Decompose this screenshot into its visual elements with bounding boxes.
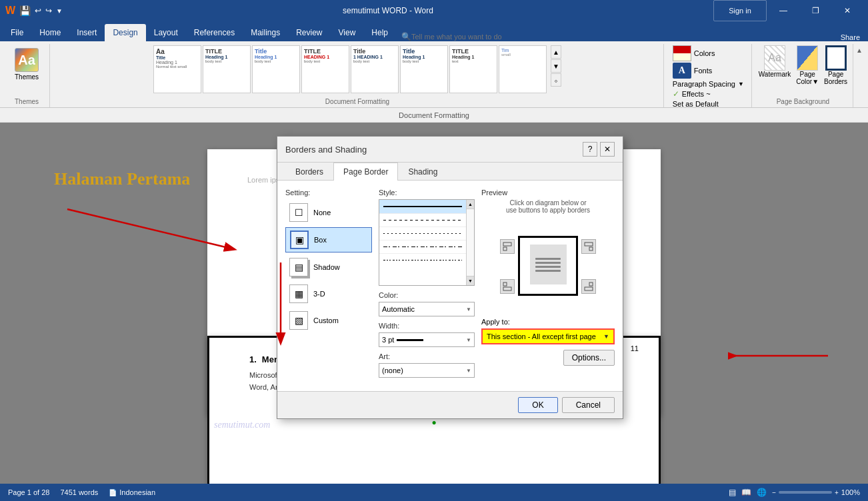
svg-rect-7 xyxy=(503,282,507,286)
style-item-solid[interactable] xyxy=(379,200,466,214)
title-bar: W 💾 ↩ ↪ ▼ semutimut WORD - Word Sign in … xyxy=(0,0,868,21)
borders-shading-dialog[interactable]: Borders and Shading ? ✕ Borders Page Bor… xyxy=(277,136,623,419)
dialog-close-btn[interactable]: ✕ xyxy=(600,142,615,157)
dialog-help-btn[interactable]: ? xyxy=(583,142,597,157)
ribbon-content: Aa Themes Themes Aa Title Heading 1 Norm… xyxy=(0,41,868,108)
options-btn-container: Options... xyxy=(481,350,615,366)
customize-btn[interactable]: ▼ xyxy=(56,7,63,15)
dialog-footer: OK Cancel xyxy=(277,391,623,418)
style-1[interactable]: TITLE Heading 1 body text xyxy=(203,45,251,93)
tab-design[interactable]: Design xyxy=(105,24,145,41)
dialog-body: Setting: ☐ None ▣ Box ▤ Shadow ▦ 3-D xyxy=(277,181,623,391)
style-4[interactable]: Title 1 HEADING 1 body text xyxy=(351,45,399,93)
set-as-default-btn-row[interactable]: Set as Default xyxy=(673,100,719,108)
fonts-btn-row: A Fonts xyxy=(673,63,713,79)
tab-home[interactable]: Home xyxy=(31,24,69,41)
setting-custom[interactable]: ▧ Custom xyxy=(285,308,372,332)
style-scroll-up[interactable]: ▲ xyxy=(467,200,474,209)
style-list[interactable] xyxy=(379,200,466,285)
dialog-title: Borders and Shading xyxy=(285,145,367,155)
border-bottom-right-btn[interactable] xyxy=(581,279,596,294)
tab-file[interactable]: File xyxy=(3,24,31,41)
options-btn[interactable]: Options... xyxy=(563,350,615,366)
undo-btn[interactable]: ↩ xyxy=(35,6,41,15)
apply-to-dropdown[interactable]: This section - All except first page ▼ xyxy=(481,328,615,344)
tab-mailings[interactable]: Mailings xyxy=(243,24,288,41)
tab-help[interactable]: Help xyxy=(363,24,396,41)
apply-to-section: Apply to: This section - All except firs… xyxy=(481,318,615,344)
tab-page-border[interactable]: Page Border xyxy=(333,163,398,181)
preview-line-2 xyxy=(535,262,561,264)
signin-btn[interactable]: Sign in xyxy=(713,0,767,21)
tab-review[interactable]: Review xyxy=(288,24,330,41)
page-borders-btn[interactable]: PageBorders xyxy=(824,45,847,85)
view-read-icon[interactable]: 📖 xyxy=(741,488,751,497)
style-default[interactable]: Aa Title Heading 1 Normal text small xyxy=(153,45,201,93)
art-dropdown[interactable]: (none) ▼ xyxy=(379,363,475,378)
width-dropdown[interactable]: 3 pt ▼ xyxy=(379,332,475,347)
style-5[interactable]: Title Heading 1 body text xyxy=(400,45,448,93)
watermark-btn[interactable]: Aa Watermark xyxy=(759,45,791,78)
style-item-dashdot[interactable] xyxy=(379,241,466,254)
close-btn[interactable]: ✕ xyxy=(832,0,863,21)
style-item-custom[interactable] xyxy=(379,254,466,266)
style-6[interactable]: TITLE Heading 1 text xyxy=(449,45,497,93)
tab-view[interactable]: View xyxy=(331,24,364,41)
setting-none[interactable]: ☐ None xyxy=(285,201,372,225)
doc-area: Halaman Pertama Lorem ipsum content... 1… xyxy=(0,123,868,484)
style-7[interactable]: Tim small xyxy=(499,45,547,93)
quick-access-save[interactable]: 💾 xyxy=(19,5,31,16)
page-color-btn[interactable]: PageColor▼ xyxy=(796,45,819,85)
zoom-out-btn[interactable]: − xyxy=(772,489,776,496)
tab-references[interactable]: References xyxy=(186,24,243,41)
setting-shadow[interactable]: ▤ Shadow xyxy=(285,255,372,279)
ribbon-search-input[interactable] xyxy=(411,33,531,41)
ribbon-group-colors-fonts: Colors A Fonts Paragraph Spacing ▼ ✓ Eff… xyxy=(665,44,752,107)
annotation-halaman-pertama: Halaman Pertama xyxy=(54,169,190,189)
ribbon-collapse-btn[interactable]: ▲ xyxy=(855,44,864,107)
svg-rect-8 xyxy=(503,287,511,290)
doc-formatting-content: Aa Title Heading 1 Normal text small TIT… xyxy=(153,45,561,97)
redo-btn[interactable]: ↪ xyxy=(45,6,52,15)
ribbon-group-doc-formatting: Aa Title Heading 1 Normal text small TIT… xyxy=(51,44,664,107)
cancel-btn[interactable]: Cancel xyxy=(562,397,615,413)
colors-btn[interactable]: Colors xyxy=(694,49,715,57)
color-dropdown[interactable]: Automatic ▼ xyxy=(379,302,475,316)
setting-box[interactable]: ▣ Box xyxy=(285,227,372,252)
restore-btn[interactable]: ❐ xyxy=(800,0,831,21)
view-web-icon[interactable]: 🌐 xyxy=(757,488,767,497)
setting-3d[interactable]: ▦ 3-D xyxy=(285,282,372,306)
style-scroll-down[interactable]: ▼ xyxy=(467,276,474,285)
style-item-dashed1[interactable] xyxy=(379,214,466,227)
zoom-in-btn[interactable]: + xyxy=(835,489,839,496)
svg-rect-9 xyxy=(589,282,593,286)
ok-btn[interactable]: OK xyxy=(518,397,557,413)
effects-btn-row[interactable]: ✓ Effects ~ xyxy=(673,89,711,99)
tab-layout[interactable]: Layout xyxy=(146,24,186,41)
fonts-btn[interactable]: Fonts xyxy=(694,67,713,75)
gallery-scroll-down[interactable]: ▼ xyxy=(551,59,561,73)
colors-btn-row: Colors xyxy=(673,45,715,61)
border-top-left-btn[interactable] xyxy=(500,239,515,254)
gallery-scroll-more[interactable]: ⬦ xyxy=(551,73,561,87)
tab-insert[interactable]: Insert xyxy=(69,24,105,41)
border-bottom-left-btn[interactable] xyxy=(500,279,515,294)
themes-btn[interactable]: Aa Themes xyxy=(9,45,44,83)
view-normal-icon[interactable]: ▤ xyxy=(729,488,736,497)
color-section: Color: Automatic ▼ xyxy=(379,291,475,316)
paragraph-spacing-btn-row[interactable]: Paragraph Spacing ▼ xyxy=(673,80,744,88)
themes-group-label: Themes xyxy=(9,97,44,107)
svg-rect-3 xyxy=(503,243,511,246)
zoom-slider[interactable] xyxy=(779,491,832,494)
tab-borders[interactable]: Borders xyxy=(285,163,333,181)
style-3[interactable]: TITLE HEADING 1 body text xyxy=(301,45,349,93)
preview-line-3 xyxy=(535,266,561,268)
style-item-dashed2[interactable] xyxy=(379,227,466,241)
style-2[interactable]: Title Heading 1 body text xyxy=(252,45,300,93)
share-btn[interactable]: Share xyxy=(835,33,865,41)
border-top-right-btn[interactable] xyxy=(581,239,596,254)
tab-shading[interactable]: Shading xyxy=(398,163,447,181)
minimize-btn[interactable]: — xyxy=(768,0,799,21)
preview-border-preview[interactable] xyxy=(518,236,578,296)
gallery-scroll-up[interactable]: ▲ xyxy=(551,45,561,59)
